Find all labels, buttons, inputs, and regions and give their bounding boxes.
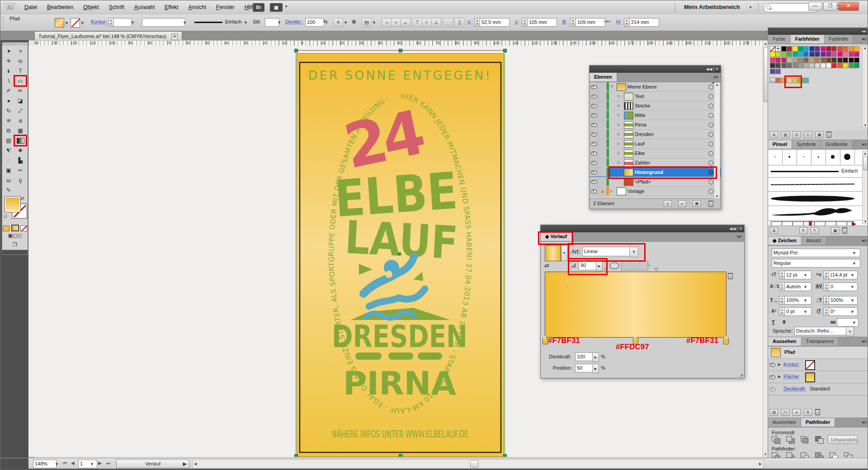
document-close-icon[interactable]: ✕ (171, 33, 178, 40)
brushes-scroll-thumb[interactable] (863, 157, 868, 170)
layer-row-elbe[interactable]: ▷Elbe (590, 149, 721, 158)
hscroll-thumb[interactable] (470, 460, 478, 468)
opacity-visibility-eye-icon[interactable] (769, 387, 775, 391)
layers-scroll-down[interactable]: ▼ (715, 194, 719, 198)
layer-lock-cell[interactable] (598, 168, 607, 176)
stop-position-stepper[interactable]: ▶ (592, 364, 599, 373)
swatch[interactable] (831, 63, 837, 68)
swatch[interactable] (821, 46, 826, 52)
layer-lock-cell[interactable] (598, 92, 607, 100)
appearance-opacity-row[interactable]: Deckkraft: Standard (768, 383, 868, 395)
pathfinder-tab-ausrichten[interactable]: Ausrichten (768, 418, 801, 427)
layer-visibility-cell[interactable] (590, 149, 598, 157)
layers-scrollbar[interactable]: ▲ ▼ (714, 82, 720, 199)
new-sublayer-icon[interactable]: ⬐ (678, 200, 686, 207)
appearance-stroke-label[interactable]: Kontur: (783, 362, 799, 367)
brushes-tab-grafikstile[interactable]: Grafikstile (821, 140, 853, 149)
swatch[interactable] (787, 63, 792, 68)
tools-panel-grip[interactable] (2, 42, 28, 46)
stroke-profile-field[interactable] (142, 18, 185, 27)
remove-brush-stroke-icon[interactable]: ✕ (799, 227, 807, 234)
layer-lock-cell[interactable]: 🔒 (598, 187, 607, 195)
zoom-level-field[interactable]: 148% (33, 460, 57, 468)
blend-tool[interactable]: ❖ (14, 146, 26, 155)
stroke-caret[interactable]: ▼ (80, 21, 85, 25)
selection-handle-topcenter[interactable] (399, 49, 402, 52)
calligraphic-brush[interactable] (768, 150, 783, 164)
appearance-stroke-row[interactable]: ▶ Kontur: (768, 359, 868, 371)
layer-target-icon[interactable] (708, 94, 713, 99)
hscroll-right-icon[interactable]: ▶ (759, 462, 762, 466)
fill-color-swatch[interactable] (55, 18, 64, 28)
baseline-caret[interactable]: ▼ (803, 310, 807, 314)
line-segment-tool[interactable]: ∖ (3, 76, 14, 86)
type-tool[interactable]: T (14, 66, 26, 76)
swatch[interactable] (854, 52, 859, 57)
pencil-tool[interactable]: ✏ (14, 86, 26, 96)
layer-row-mitte[interactable]: ▷Mitte (590, 111, 721, 120)
swatch[interactable] (837, 57, 843, 63)
brush-options-icon[interactable]: ✎ (811, 227, 819, 234)
appearance-item-row[interactable]: Pfad (768, 347, 868, 359)
baseline-field[interactable]: 0 pt (784, 307, 811, 316)
layer-row-pirna[interactable]: ▷Pirna (590, 120, 721, 130)
swatch[interactable] (815, 57, 820, 63)
align-right-icon[interactable]: ⫠ (401, 18, 410, 27)
swatch[interactable] (831, 52, 837, 57)
font-style-caret[interactable]: ▼ (852, 261, 856, 266)
character-tab-absatz[interactable]: Absatz (802, 236, 826, 245)
group-swatch[interactable] (775, 78, 781, 83)
arrange-documents-icon[interactable]: ▦ (270, 3, 283, 12)
stroke-visibility-eye-icon[interactable] (769, 363, 775, 367)
swatch[interactable] (815, 52, 820, 57)
brush-definition-value[interactable]: Einfach (225, 19, 242, 24)
group-swatch[interactable] (781, 78, 787, 83)
layer-expand-icon[interactable]: ▷ (618, 160, 620, 164)
layer-lock-cell[interactable] (598, 139, 607, 148)
layer-lock-cell[interactable] (598, 101, 607, 110)
layer-row-pfad[interactable]: <Pfad> (590, 177, 721, 187)
layers-panel-header[interactable]: ◀◀ | ✕ (590, 66, 721, 73)
brush-libraries-icon[interactable]: ≣ (770, 227, 778, 234)
calligraphic-brush[interactable] (840, 150, 855, 164)
fill-visibility-eye-icon[interactable] (769, 375, 775, 379)
swatch[interactable] (843, 52, 848, 57)
selection-handle-bottomright[interactable] (503, 454, 507, 457)
swatch[interactable] (831, 57, 837, 63)
layer-row-zahlen[interactable]: ▷Zahlen (590, 158, 721, 168)
gradient-midpoint-1[interactable]: ◇ (604, 266, 608, 271)
direct-selection-tool[interactable]: ➤ (14, 46, 26, 56)
calligraphic-brush[interactable] (826, 150, 840, 164)
swatch[interactable] (798, 46, 803, 52)
swatch[interactable] (781, 57, 787, 63)
swatch[interactable] (815, 46, 820, 52)
fill-color-control[interactable] (5, 197, 20, 212)
stroke-weight-field[interactable] (113, 18, 132, 27)
swatch[interactable] (809, 57, 815, 63)
swatch[interactable] (787, 52, 792, 57)
menubar-item-ansicht[interactable]: Ansicht (184, 0, 211, 14)
gradient-resize-grip[interactable]: ◢ (740, 372, 743, 377)
x-field[interactable]: 52,5 mm (480, 18, 509, 27)
document-setup-icon[interactable]: ▤ (362, 18, 372, 27)
dock-header[interactable]: ▸▸ (768, 28, 868, 35)
language-caret[interactable]: ▼ (846, 327, 854, 336)
minus-front-icon[interactable] (786, 436, 795, 444)
menubar-item-bearbeiten[interactable]: Bearbeiten (42, 0, 78, 14)
layer-target-icon[interactable] (708, 189, 713, 194)
zoom-caret[interactable]: ▼ (55, 462, 59, 466)
layer-expand-icon[interactable]: ▷ (610, 189, 613, 193)
fill-expand-icon[interactable]: ▶ (778, 375, 781, 379)
reverse-gradient-icon[interactable]: ⇄ (544, 262, 549, 269)
brushes-tab-pinsel[interactable]: Pinsel (768, 140, 792, 149)
delete-stop-icon[interactable] (728, 273, 733, 280)
layer-target-icon[interactable] (708, 113, 713, 118)
group-swatch[interactable] (798, 78, 803, 83)
screen-mode-button[interactable]: ❒ (2, 242, 28, 250)
live-paint-icon[interactable]: ❋ (349, 18, 359, 26)
delete-brush-icon[interactable] (842, 227, 847, 234)
v-scale-caret[interactable]: ▼ (850, 298, 854, 303)
eyedropper-tool[interactable]: ⧨ (3, 146, 14, 155)
minimize-button[interactable]: — (808, 2, 822, 11)
menubar-item-fenster[interactable]: Fenster (211, 0, 240, 14)
